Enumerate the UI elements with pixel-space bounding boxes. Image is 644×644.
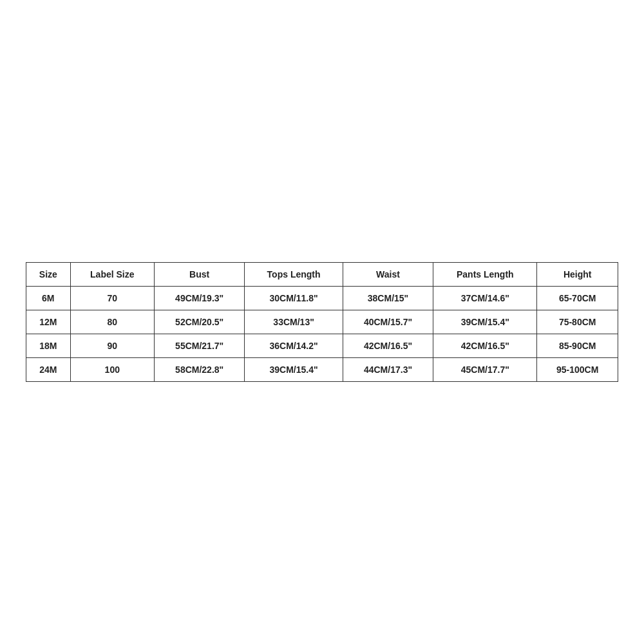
table-cell: 58CM/22.8": [154, 358, 244, 382]
table-cell: 6M: [26, 287, 71, 310]
table-cell: 18M: [26, 334, 71, 358]
table-row: 24M10058CM/22.8"39CM/15.4"44CM/17.3"45CM…: [26, 358, 618, 382]
table-cell: 37CM/14.6": [433, 287, 537, 310]
table-cell: 12M: [26, 310, 71, 334]
table-cell: 95-100CM: [537, 358, 618, 382]
table-cell: 55CM/21.7": [154, 334, 244, 358]
size-chart-container: SizeLabel SizeBustTops LengthWaistPants …: [26, 262, 618, 382]
table-cell: 49CM/19.3": [154, 287, 244, 310]
table-header-row: SizeLabel SizeBustTops LengthWaistPants …: [26, 263, 618, 287]
table-cell: 33CM/13": [245, 310, 343, 334]
table-cell: 100: [70, 358, 154, 382]
table-cell: 80: [70, 310, 154, 334]
table-header-cell: Size: [26, 263, 71, 287]
table-cell: 45CM/17.7": [433, 358, 537, 382]
table-cell: 70: [70, 287, 154, 310]
table-row: 18M9055CM/21.7"36CM/14.2"42CM/16.5"42CM/…: [26, 334, 618, 358]
table-cell: 39CM/15.4": [245, 358, 343, 382]
table-header-cell: Height: [537, 263, 618, 287]
table-cell: 42CM/16.5": [343, 334, 433, 358]
table-cell: 38CM/15": [343, 287, 433, 310]
table-cell: 24M: [26, 358, 71, 382]
table-header-cell: Pants Length: [433, 263, 537, 287]
table-header-cell: Bust: [154, 263, 244, 287]
table-cell: 65-70CM: [537, 287, 618, 310]
table-cell: 36CM/14.2": [245, 334, 343, 358]
table-row: 6M7049CM/19.3"30CM/11.8"38CM/15"37CM/14.…: [26, 287, 618, 310]
table-cell: 44CM/17.3": [343, 358, 433, 382]
table-cell: 90: [70, 334, 154, 358]
size-chart-table: SizeLabel SizeBustTops LengthWaistPants …: [26, 262, 618, 382]
table-cell: 30CM/11.8": [245, 287, 343, 310]
table-cell: 85-90CM: [537, 334, 618, 358]
table-cell: 42CM/16.5": [433, 334, 537, 358]
table-cell: 75-80CM: [537, 310, 618, 334]
table-cell: 52CM/20.5": [154, 310, 244, 334]
table-header-cell: Tops Length: [245, 263, 343, 287]
table-header-cell: Label Size: [70, 263, 154, 287]
table-cell: 40CM/15.7": [343, 310, 433, 334]
table-cell: 39CM/15.4": [433, 310, 537, 334]
table-body: 6M7049CM/19.3"30CM/11.8"38CM/15"37CM/14.…: [26, 287, 618, 382]
table-header-cell: Waist: [343, 263, 433, 287]
table-row: 12M8052CM/20.5"33CM/13"40CM/15.7"39CM/15…: [26, 310, 618, 334]
